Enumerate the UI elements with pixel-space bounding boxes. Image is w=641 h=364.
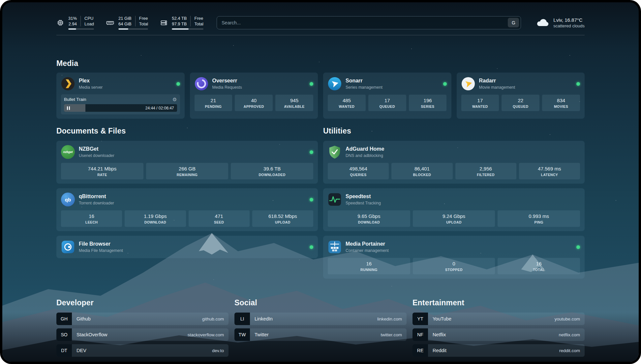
app-card-overseerr[interactable]: Overseerr Media Requests 21 PENDING 40 A…: [190, 73, 318, 119]
stat-downloaded: 39.6 TB DOWNLOADED: [231, 163, 313, 179]
playback-time: 24:44 / 02:06:47: [145, 106, 174, 110]
bookmark-abbr: YT: [412, 313, 428, 325]
topbar-divider: [56, 35, 585, 35]
stat-seed: 471 SEED: [189, 210, 250, 227]
now-playing-panel: Bullet Train ⚙ 24:44 / 02:06:47: [61, 94, 180, 114]
stat-filtered: 2,956 FILTERED: [455, 163, 516, 179]
app-desc: Movie management: [479, 85, 515, 90]
window-frame: 31% 2.94 CPU Load: [0, 0, 641, 364]
bookmark-name: Reddit: [428, 348, 446, 353]
app-card-plex[interactable]: Plex Media server Bullet Train ⚙: [56, 73, 185, 119]
app-name: Overseerr: [212, 77, 242, 84]
status-dot: [310, 245, 313, 249]
stat-queries: 498,564 QUERIES: [328, 163, 389, 179]
bookmark-dev[interactable]: DT DEV dev.to: [56, 344, 229, 357]
disk-label-1: Free: [194, 15, 203, 21]
app-card-portainer[interactable]: Media Portainer Container management 16 …: [323, 236, 585, 279]
app-desc: Media Requests: [212, 85, 242, 90]
app-card-qbittorrent[interactable]: qb qBittorrent Torrent downloader 16: [56, 188, 318, 231]
bookmark-name: LinkedIn: [250, 316, 273, 321]
app-name: Plex: [79, 77, 103, 84]
bookmark-stackoverflow[interactable]: SO StackOverflow stackoverflow.com: [56, 328, 229, 341]
app-desc: Media server: [79, 85, 103, 90]
stat-remaining: 266 GB REMAINING: [146, 163, 229, 179]
app-desc: Speedtest Tracking: [346, 200, 381, 206]
app-desc: Series management: [346, 85, 382, 90]
cpu-percent: 31%: [68, 15, 77, 21]
bookmark-github[interactable]: GH Github github.com: [56, 313, 229, 325]
now-playing-title: Bullet Train: [64, 97, 86, 102]
bookmark-url: github.com: [202, 317, 229, 321]
app-card-filebrowser[interactable]: File Browser Media File Management: [56, 236, 318, 258]
section-documents: Documents & Files nzbget NZBGet Usenet d…: [56, 119, 318, 258]
memory-stat: 21 GiB 64 GiB Free Total: [106, 15, 148, 30]
stat-approved: 40 APPROVED: [235, 95, 273, 111]
portainer-icon: [328, 240, 342, 254]
search-engine-button[interactable]: G: [508, 18, 519, 27]
bookmark-url: netflix.com: [559, 332, 585, 337]
dashboard: 31% 2.94 CPU Load: [2, 2, 639, 362]
app-card-nzbget[interactable]: nzbget NZBGet Usenet downloader 744.21 M…: [56, 141, 318, 184]
stat-upload: 618.52 Mbps UPLOAD: [252, 210, 313, 227]
stat-available: 945 AVAILABLE: [275, 95, 313, 111]
cpu-load: 2.94: [68, 21, 77, 27]
app-card-speedtest[interactable]: Speedtest Speedtest Tracking 9.65 Gbps D…: [323, 188, 585, 231]
bookmark-name: StackOverflow: [72, 332, 107, 337]
stat-series: 196 SERIES: [409, 95, 447, 111]
stat-pending: 21 PENDING: [195, 95, 232, 111]
disk-icon: [160, 19, 168, 27]
bookmark-name: Netflix: [428, 332, 446, 337]
weather-condition: scattered clouds: [553, 23, 585, 29]
ram-label-1: Free: [139, 15, 148, 21]
bookmark-url: dev.to: [212, 348, 229, 353]
divider: [80, 16, 81, 26]
speedtest-icon: [328, 193, 342, 206]
playback-progress-bar[interactable]: 24:44 / 02:06:47: [64, 104, 177, 112]
stat-upload: 9.24 Gbps UPLOAD: [413, 210, 495, 227]
app-card-sonarr[interactable]: Sonarr Series management 485 WANTED 17 Q…: [323, 73, 451, 119]
status-dot: [310, 198, 313, 201]
divider: [135, 16, 136, 26]
bookmark-abbr: TW: [234, 328, 250, 341]
topbar: 31% 2.94 CPU Load: [56, 15, 585, 30]
bookmark-name: Twitter: [250, 332, 269, 337]
sonarr-icon: [328, 77, 342, 91]
bookmark-url: reddit.com: [559, 348, 585, 353]
bookmark-group-developer: Developer GH Github github.com SO StackO…: [56, 298, 229, 360]
bookmark-netflix[interactable]: NF Netflix netflix.com: [412, 328, 585, 341]
media-grid: Plex Media server Bullet Train ⚙: [56, 73, 585, 119]
pause-button[interactable]: [67, 106, 70, 110]
bookmark-url: linkedin.com: [377, 317, 407, 321]
cpu-label-2: Load: [84, 21, 94, 27]
disk-total: 97.9 TB: [172, 21, 187, 27]
bookmark-abbr: DT: [56, 344, 72, 357]
app-name: AdGuard Home: [346, 146, 384, 152]
app-name: NZBGet: [79, 146, 114, 152]
weather-widget[interactable]: Lviv, 16.87°C scattered clouds: [535, 16, 585, 29]
cloud-icon: [535, 16, 550, 29]
bookmark-group-entertainment: Entertainment YT YouTube youtube.com NF …: [412, 298, 585, 360]
section-title-utilities: Utilities: [323, 127, 585, 136]
section-title-entertainment: Entertainment: [412, 298, 585, 307]
app-card-adguard[interactable]: AdGuard Home DNS and adblocking 498,564 …: [323, 141, 585, 184]
status-dot: [443, 82, 447, 86]
stat-movies: 834 MOVIES: [542, 95, 580, 111]
bookmark-linkedin[interactable]: LI LinkedIn linkedin.com: [234, 313, 407, 325]
app-card-radarr[interactable]: Radarr Movie management 17 WANTED 22 QUE…: [457, 73, 585, 119]
gear-icon[interactable]: ⚙: [172, 97, 177, 102]
section-title-documents: Documents & Files: [56, 127, 318, 136]
bookmark-name: YouTube: [428, 316, 451, 321]
app-desc: DNS and adblocking: [346, 153, 384, 158]
bookmark-twitter[interactable]: TW Twitter twitter.com: [234, 328, 407, 341]
system-stats: 31% 2.94 CPU Load: [56, 15, 203, 30]
cpu-label-1: CPU: [84, 15, 94, 21]
bookmark-url: stackoverflow.com: [188, 332, 229, 337]
bookmark-youtube[interactable]: YT YouTube youtube.com: [412, 313, 585, 325]
search-bar[interactable]: G: [217, 16, 521, 29]
search-input[interactable]: [222, 20, 508, 25]
cpu-icon: [56, 19, 64, 27]
bookmark-abbr: SO: [56, 328, 72, 341]
stat-ping: 0.993 ms PING: [498, 210, 580, 227]
bookmark-abbr: LI: [234, 313, 250, 325]
bookmark-reddit[interactable]: RE Reddit reddit.com: [412, 344, 585, 357]
